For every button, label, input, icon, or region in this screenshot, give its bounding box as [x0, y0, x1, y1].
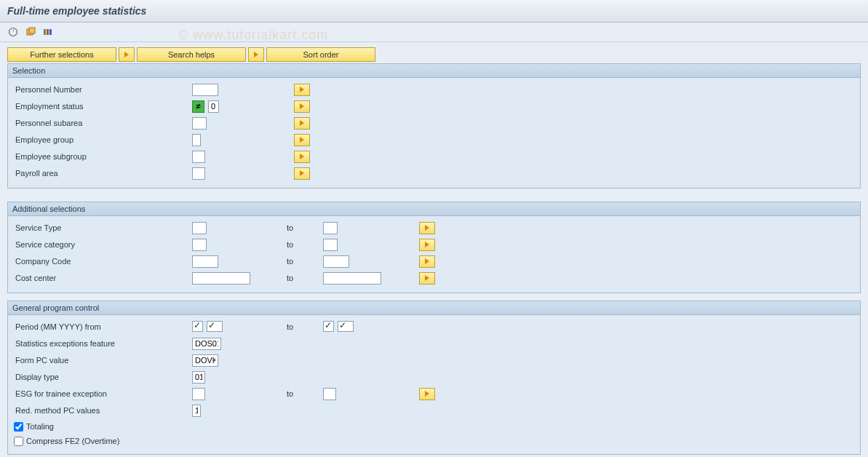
- required-check-icon: [338, 321, 354, 332]
- row-form-pc: Form PC value: [14, 352, 854, 368]
- label-payroll-area: Payroll area: [14, 169, 192, 178]
- label-service-type: Service Type: [14, 223, 192, 232]
- arrow-right-icon: [300, 120, 304, 126]
- more-button[interactable]: [419, 272, 435, 285]
- input-company-code-low[interactable]: [192, 255, 218, 268]
- more-button[interactable]: [419, 388, 435, 400]
- more-button[interactable]: [294, 117, 310, 130]
- input-stats-exceptions[interactable]: [192, 338, 221, 350]
- not-equal-icon[interactable]: ≠: [192, 100, 204, 113]
- row-totaling: Totaling: [14, 419, 854, 434]
- row-compress-fe2: Compress FE2 (Overtime): [14, 434, 854, 448]
- more-button[interactable]: [294, 100, 310, 113]
- row-red-method: Red. method PC values: [14, 402, 854, 418]
- input-employment-status[interactable]: [208, 100, 219, 113]
- more-button[interactable]: [419, 222, 435, 234]
- more-button[interactable]: [294, 134, 310, 146]
- label-display-type: Display type: [14, 373, 192, 381]
- arrow-right-icon: [425, 275, 429, 281]
- input-service-type-low[interactable]: [192, 222, 207, 234]
- svg-rect-3: [44, 29, 46, 35]
- arrow-right-icon: [254, 52, 258, 57]
- more-button[interactable]: [419, 255, 435, 268]
- to-label: to: [287, 257, 323, 266]
- selection-panel-header: Selection: [8, 64, 860, 78]
- label-red-method: Red. method PC values: [14, 406, 192, 415]
- label-company-code: Company Code: [14, 257, 192, 266]
- input-cost-center-low[interactable]: [192, 272, 250, 285]
- arrow-right-icon: [425, 225, 429, 231]
- input-red-method[interactable]: [192, 405, 201, 417]
- row-stats-exceptions: Statistics exceptions feature: [14, 335, 854, 351]
- label-form-pc: Form PC value: [14, 356, 192, 365]
- row-personnel-number: Personnel Number: [14, 82, 854, 98]
- row-service-category: Service category to: [14, 237, 854, 253]
- input-display-type[interactable]: [192, 371, 205, 384]
- variant-icon[interactable]: [25, 26, 36, 38]
- input-cost-center-high[interactable]: [323, 272, 381, 285]
- label-period: Period (MM YYYY) from: [14, 322, 192, 331]
- more-button[interactable]: [419, 239, 435, 251]
- row-period: Period (MM YYYY) from to: [14, 319, 854, 335]
- row-service-type: Service Type to: [14, 220, 854, 236]
- label-employee-subgroup: Employee subgroup: [14, 152, 192, 161]
- selection-panel: Selection Personnel Number Employment st…: [7, 63, 861, 188]
- required-check-icon: [207, 321, 223, 332]
- label-cost-center: Cost center: [14, 274, 192, 282]
- row-employee-subgroup: Employee subgroup: [14, 148, 854, 164]
- input-service-category-low[interactable]: [192, 239, 207, 251]
- checkbox-totaling[interactable]: [14, 422, 23, 432]
- input-service-type-high[interactable]: [323, 222, 338, 234]
- checkbox-compress-fe2[interactable]: [14, 437, 23, 446]
- input-employee-subgroup[interactable]: [192, 151, 205, 163]
- required-check-icon: [323, 321, 334, 332]
- input-esg-trainee-low[interactable]: [192, 388, 205, 400]
- label-personnel-number: Personnel Number: [14, 85, 192, 94]
- arrow-right-icon: [425, 258, 429, 264]
- to-label: to: [287, 223, 323, 232]
- arrow-right-icon: [300, 137, 304, 143]
- general-panel: General program control Period (MM YYYY)…: [7, 301, 861, 455]
- label-service-category: Service category: [14, 240, 192, 249]
- input-form-pc[interactable]: [192, 354, 218, 367]
- to-label: to: [287, 322, 323, 331]
- search-helps-arrow-button[interactable]: [119, 47, 135, 62]
- required-check-icon: [192, 321, 203, 332]
- more-button[interactable]: [294, 151, 310, 163]
- row-esg-trainee: ESG for trainee exception to: [14, 386, 854, 402]
- more-button[interactable]: [294, 84, 310, 96]
- selection-buttons: Further selections Search helps Sort ord…: [0, 42, 868, 63]
- svg-rect-2: [29, 28, 35, 33]
- label-totaling: Totaling: [26, 422, 54, 431]
- sort-order-button[interactable]: Sort order: [266, 47, 375, 62]
- arrow-right-icon: [300, 87, 304, 92]
- row-employment-status: Employment status ≠: [14, 98, 854, 114]
- svg-rect-4: [47, 29, 49, 35]
- arrow-right-icon: [300, 170, 304, 176]
- input-company-code-high[interactable]: [323, 255, 349, 268]
- row-employee-group: Employee group: [14, 132, 854, 148]
- further-selections-button[interactable]: Further selections: [7, 47, 116, 62]
- input-personnel-subarea[interactable]: [192, 117, 207, 130]
- arrow-right-icon: [425, 391, 429, 397]
- input-personnel-number[interactable]: [192, 84, 218, 96]
- additional-panel-header: Additional selections: [8, 202, 860, 216]
- input-service-category-high[interactable]: [323, 239, 338, 251]
- row-display-type: Display type: [14, 369, 854, 385]
- page-title: Full-time employee statistics: [0, 0, 868, 23]
- general-panel-header: General program control: [8, 301, 860, 315]
- arrow-right-icon: [300, 103, 304, 109]
- input-payroll-area[interactable]: [192, 167, 205, 180]
- label-employment-status: Employment status: [14, 102, 192, 111]
- to-label: to: [287, 240, 323, 249]
- input-employee-group[interactable]: [192, 134, 201, 146]
- arrow-right-icon: [425, 242, 429, 247]
- input-esg-trainee-high[interactable]: [323, 388, 336, 400]
- more-button[interactable]: [294, 167, 310, 180]
- sort-order-arrow-button[interactable]: [248, 47, 264, 62]
- execute-icon[interactable]: [7, 26, 19, 38]
- search-helps-button[interactable]: Search helps: [137, 47, 246, 62]
- svg-rect-5: [49, 29, 52, 35]
- additional-panel: Additional selections Service Type to Se…: [7, 202, 861, 293]
- status-icon[interactable]: [42, 26, 54, 38]
